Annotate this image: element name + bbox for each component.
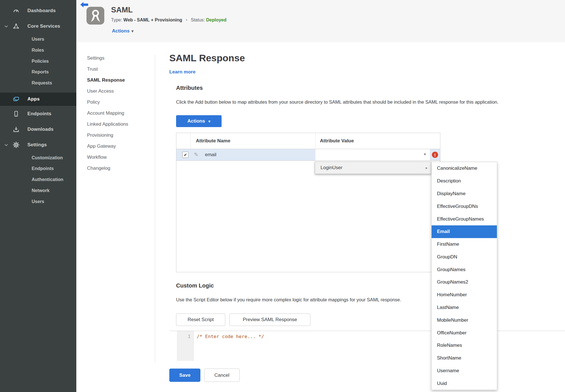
menu-item[interactable]: OfficeNumber: [432, 326, 497, 339]
menu-item[interactable]: EffectiveGroupDNs: [432, 200, 497, 213]
header-actions-menu[interactable]: Actions▾: [112, 28, 133, 34]
app-meta: Type: Web - SAML + Provisioning • Status…: [111, 18, 226, 23]
tab-workflow[interactable]: Workflow: [87, 152, 149, 163]
sidebar-item-label: Settings: [27, 142, 47, 148]
sidebar-item-label: Reports: [32, 69, 49, 75]
gauge-icon: [12, 7, 20, 14]
value-menu-trigger-loginuser[interactable]: LoginUser ▸: [315, 162, 431, 174]
meta-bullet: •: [186, 18, 187, 22]
app-subnav: Settings Trust SAML Response User Access…: [87, 53, 149, 174]
attribute-name-cell[interactable]: email: [205, 149, 217, 160]
edit-pencil-icon[interactable]: ✎: [194, 151, 198, 158]
custom-logic-title: Custom Logic: [176, 282, 214, 289]
attributes-description: Click the Add button below to map attrib…: [176, 99, 552, 105]
tab-account-mapping[interactable]: Account Mapping: [87, 108, 149, 119]
attributes-table: Attribute Name Attribute Value ✔ ✎ email…: [176, 133, 440, 272]
core-services-icon: [12, 23, 20, 30]
menu-item[interactable]: Username: [432, 365, 497, 377]
error-icon: !: [432, 152, 438, 158]
actions-button-label: Actions: [187, 118, 205, 124]
column-header-attribute-name: Attribute Name: [196, 133, 230, 149]
menu-item[interactable]: DisplayName: [432, 188, 497, 200]
sidebar-item-reports[interactable]: Reports: [0, 67, 76, 77]
sidebar-item-label: Roles: [32, 48, 44, 53]
tab-saml-response[interactable]: SAML Response: [87, 75, 149, 86]
menu-item[interactable]: RoleNames: [432, 339, 497, 352]
sidebar-item-apps[interactable]: Apps: [0, 92, 76, 106]
attribute-value-dropdown[interactable]: ▾: [315, 149, 430, 160]
row-checkbox[interactable]: ✔: [182, 152, 189, 158]
menu-item[interactable]: MobileNumber: [432, 314, 497, 326]
app-window: SAML Type: Web - SAML + Provisioning • S…: [0, 0, 565, 392]
cancel-button[interactable]: Cancel: [204, 369, 240, 382]
script-editor-border: [170, 331, 565, 331]
preview-saml-response-button[interactable]: Preview SAML Response: [230, 313, 310, 326]
tab-changelog[interactable]: Changelog: [87, 163, 149, 174]
status-badge: Deployed: [206, 18, 226, 22]
back-arrow-icon[interactable]: [80, 2, 88, 8]
check-icon: ✔: [184, 153, 187, 157]
column-divider: [191, 133, 191, 149]
sidebar-item-endpoints-settings[interactable]: Endpoints: [0, 163, 76, 174]
menu-item[interactable]: CanonicalizeName: [432, 162, 497, 175]
sidebar-item-label: Endpoints: [32, 166, 54, 171]
menu-item[interactable]: ShortName: [432, 352, 497, 365]
tab-policy[interactable]: Policy: [87, 97, 149, 108]
subnav-divider: [155, 55, 155, 363]
dropdown-caret-icon: ▾: [424, 152, 426, 157]
reset-script-button[interactable]: Reset Script: [176, 313, 225, 326]
tab-settings[interactable]: Settings: [87, 53, 149, 64]
saml-app-icon: [86, 7, 104, 25]
menu-item[interactable]: GroupNames: [432, 263, 497, 276]
header-actions-label: Actions: [112, 28, 129, 34]
tab-linked-applications[interactable]: Linked Applications: [87, 119, 149, 130]
tab-trust[interactable]: Trust: [87, 64, 149, 75]
caret-down-icon: ▾: [131, 29, 133, 33]
sidebar-item-users-settings[interactable]: Users: [0, 196, 76, 207]
sidebar-item-core-services[interactable]: Core Services: [0, 21, 76, 32]
sidebar-item-label: Users: [32, 37, 44, 42]
gear-icon: [12, 141, 20, 149]
column-header-attribute-value: Attribute Value: [320, 133, 354, 149]
sidebar-item-requests[interactable]: Requests: [0, 78, 76, 88]
save-button[interactable]: Save: [169, 369, 200, 382]
section-heading: SAML Response: [169, 53, 245, 64]
attributes-actions-button[interactable]: Actions ▾: [176, 115, 222, 127]
table-row[interactable]: ✔ ✎ email ▾ !: [176, 149, 440, 161]
menu-item[interactable]: LastName: [432, 301, 497, 314]
error-mark: !: [434, 153, 436, 157]
tab-provisioning[interactable]: Provisioning: [87, 130, 149, 141]
menu-item[interactable]: Uuid: [432, 377, 497, 390]
learn-more-link[interactable]: Learn more: [169, 69, 196, 75]
loginuser-label: LoginUser: [321, 165, 343, 171]
sidebar-item-policies[interactable]: Policies: [0, 56, 76, 67]
sidebar-item-label: Requests: [32, 80, 52, 86]
sidebar-item-label: Customization: [32, 155, 63, 160]
sidebar-item-customization[interactable]: Customization: [0, 153, 76, 163]
sidebar-item-settings[interactable]: Settings: [0, 140, 76, 150]
sidebar-item-network[interactable]: Network: [0, 185, 76, 196]
menu-item-selected[interactable]: Email: [432, 225, 497, 238]
menu-item[interactable]: Description: [432, 175, 497, 188]
script-editor-gutter: 1: [177, 331, 194, 361]
download-icon: [12, 126, 20, 133]
phone-icon: [12, 110, 20, 117]
sidebar-item-users[interactable]: Users: [0, 34, 76, 45]
status-label: Status:: [191, 18, 205, 22]
tab-app-gateway[interactable]: App Gateway: [87, 141, 149, 152]
menu-item[interactable]: GroupNames2: [432, 276, 497, 289]
menu-item[interactable]: HomeNumber: [432, 289, 497, 301]
submenu-arrow-icon: ▸: [426, 165, 428, 170]
menu-item[interactable]: GroupDN: [432, 251, 497, 263]
tab-user-access[interactable]: User Access: [87, 86, 149, 97]
menu-item[interactable]: EffectiveGroupNames: [432, 213, 497, 225]
sidebar-item-roles[interactable]: Roles: [0, 45, 76, 56]
menu-item[interactable]: FirstName: [432, 238, 497, 251]
sidebar: Dashboards Core Services Users Roles Pol…: [0, 0, 76, 392]
sidebar-item-endpoints[interactable]: Endpoints: [0, 108, 76, 119]
sidebar-item-downloads[interactable]: Downloads: [0, 124, 76, 135]
script-editor-code[interactable]: /* Enter code here... */: [197, 334, 264, 339]
sidebar-item-authentication[interactable]: Authentication: [0, 174, 76, 185]
chevron-down-icon: [3, 141, 10, 148]
sidebar-item-dashboards[interactable]: Dashboards: [0, 5, 76, 16]
